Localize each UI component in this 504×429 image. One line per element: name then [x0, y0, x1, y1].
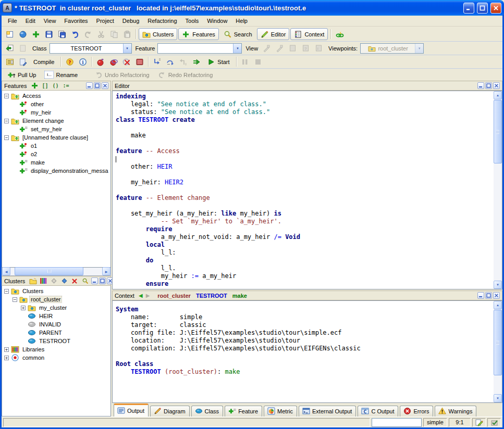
tab-warnings[interactable]: Warnings	[435, 406, 476, 417]
breadcrumb-make[interactable]: make	[232, 293, 247, 299]
tree-item-libraries[interactable]: +Libraries	[2, 345, 110, 354]
new-cluster-icon[interactable]	[29, 277, 37, 285]
add-feature-icon[interactable]	[30, 82, 39, 90]
tree-item-parent[interactable]: PARENT	[2, 329, 110, 337]
history-back-icon[interactable]: ◀	[139, 293, 143, 298]
stop-button[interactable]	[252, 56, 264, 68]
save-all-icon[interactable]	[56, 29, 68, 40]
diamond-gray-icon[interactable]	[50, 277, 58, 285]
paste-icon[interactable]	[121, 29, 133, 40]
tree-item-element-change[interactable]: −Element change	[2, 117, 110, 125]
panel-close-icon[interactable]	[493, 82, 500, 89]
tree-item-testroot[interactable]: TESTROOT	[2, 337, 110, 345]
features-panel-header[interactable]: Features [] () :=	[2, 81, 111, 91]
context-output[interactable]: System name: simple target: classic conf…	[112, 300, 502, 403]
status-edit-icon[interactable]	[472, 418, 486, 427]
panel-minimize-icon[interactable]	[86, 82, 93, 89]
scroll-up-button[interactable]: ▲	[494, 91, 502, 99]
breadcrumb-root-cluster[interactable]: root_cluster	[157, 293, 191, 299]
menu-favorites[interactable]: Favorites	[60, 17, 92, 25]
breadcrumb-testroot[interactable]: TESTROOT	[196, 293, 227, 299]
panel-maximize-icon[interactable]	[485, 292, 492, 299]
view-contract-icon[interactable]: ?	[300, 43, 312, 54]
feature-assigner-icon[interactable]: :=	[62, 82, 70, 90]
feature-combobox[interactable]: ▼	[157, 43, 242, 54]
diamond-blue-icon[interactable]	[60, 277, 68, 285]
open-file-icon[interactable]	[17, 29, 29, 40]
menu-debug[interactable]: Debug	[118, 17, 143, 25]
expand-toggle-icon[interactable]: +	[4, 356, 9, 360]
pull-up-button[interactable]: Pull Up	[4, 69, 40, 81]
minimize-button[interactable]	[463, 3, 474, 14]
tab-metric[interactable]: Metric	[264, 406, 297, 417]
menu-file[interactable]: File	[4, 17, 21, 25]
panel-maximize-icon[interactable]	[94, 82, 101, 89]
scroll-down-button[interactable]: ▼	[494, 394, 502, 402]
copy-icon[interactable]	[108, 29, 120, 40]
history-forward-icon[interactable]: ▶	[146, 293, 150, 298]
save-icon[interactable]	[43, 29, 55, 40]
forward-icon[interactable]	[17, 43, 29, 54]
remove-icon[interactable]	[70, 277, 79, 285]
view-flat-icon[interactable]	[287, 43, 299, 54]
tab-feature[interactable]: Feature	[225, 406, 262, 417]
collapse-toggle-icon[interactable]: −	[4, 135, 9, 140]
tree-item-o2[interactable]: o2	[2, 150, 110, 158]
panel-minimize-icon[interactable]	[477, 82, 484, 89]
link-context-icon[interactable]	[334, 29, 346, 40]
editor-panel-header[interactable]: Editor	[112, 81, 502, 91]
undo-icon[interactable]	[69, 29, 81, 40]
editor-tool-button[interactable]: Editor	[257, 28, 290, 40]
run-ignore-breakpoints-icon[interactable]	[190, 56, 202, 68]
menu-view[interactable]: View	[40, 17, 60, 25]
status-compiled-icon[interactable]	[487, 418, 501, 427]
tree-item-heir[interactable]: HEIR	[2, 312, 110, 320]
tree-item-access[interactable]: −Access	[2, 92, 110, 100]
new-class-icon[interactable]	[30, 29, 42, 40]
library-small-icon[interactable]	[39, 277, 47, 285]
collapse-toggle-icon[interactable]: −	[4, 94, 9, 98]
pause-button[interactable]	[239, 56, 251, 68]
finalize-icon[interactable]	[120, 56, 132, 68]
menu-tools[interactable]: Tools	[181, 17, 203, 25]
new-window-icon[interactable]	[4, 29, 16, 40]
viewpoints-combobox[interactable]: root_cluster ▼	[360, 43, 424, 54]
panel-close-icon[interactable]	[102, 82, 108, 89]
menu-help[interactable]: Help	[231, 17, 252, 25]
precompile-icon[interactable]	[133, 56, 145, 68]
clusters-tool-button[interactable]: Clusters	[139, 28, 177, 40]
features-tree[interactable]: −Accessothermy_heir−Element changeset_my…	[2, 91, 111, 268]
panel-close-icon[interactable]	[493, 292, 500, 299]
tree-item-common[interactable]: +common	[2, 354, 110, 362]
view-interface-icon[interactable]: i	[313, 43, 325, 54]
project-settings-icon[interactable]	[4, 56, 16, 68]
search-small-icon[interactable]	[81, 277, 89, 285]
menu-project[interactable]: Project	[92, 17, 118, 25]
tree-item-set-my-heir[interactable]: set_my_heir	[2, 125, 110, 133]
close-button[interactable]	[490, 3, 501, 14]
title-bar[interactable]: A * TESTROOT in cluster root_cluster loc…	[0, 0, 504, 16]
tree-item-unnamed-feature-clause[interactable]: −[Unnamed feature clause]	[2, 133, 110, 142]
context-panel-header[interactable]: Context ◀ ▶ root_clusterTESTROOTmake	[112, 291, 502, 300]
context-tool-button[interactable]: Context	[290, 28, 328, 40]
tab-errors[interactable]: Errors	[400, 406, 433, 417]
edit-configuration-icon[interactable]	[17, 56, 29, 68]
chevron-down-icon[interactable]: ▼	[123, 44, 131, 53]
compile-button[interactable]: Compile	[30, 56, 58, 68]
cut-icon[interactable]	[95, 29, 107, 40]
expand-toggle-icon[interactable]: +	[21, 306, 26, 310]
tab-diagram[interactable]: Diagram	[150, 406, 190, 417]
panel-minimize-icon[interactable]	[477, 292, 484, 299]
search-tool-button[interactable]: Search	[220, 28, 256, 40]
tree-item-my-heir[interactable]: my_heir	[2, 108, 110, 117]
tree-item-clusters[interactable]: −Clusters	[2, 287, 110, 295]
features-tool-button[interactable]: Features	[178, 28, 218, 40]
melt-icon[interactable]	[94, 56, 106, 68]
scroll-right-button[interactable]: ▶	[102, 267, 110, 275]
tab-output[interactable]: Output	[114, 403, 149, 417]
panel-maximize-icon[interactable]	[99, 277, 106, 284]
tree-item-other[interactable]: other	[2, 100, 110, 108]
feature-parens-icon[interactable]: ()	[51, 82, 59, 90]
tree-item-make[interactable]: make	[2, 158, 110, 167]
tab-c-output[interactable]: CC Output	[358, 406, 398, 417]
